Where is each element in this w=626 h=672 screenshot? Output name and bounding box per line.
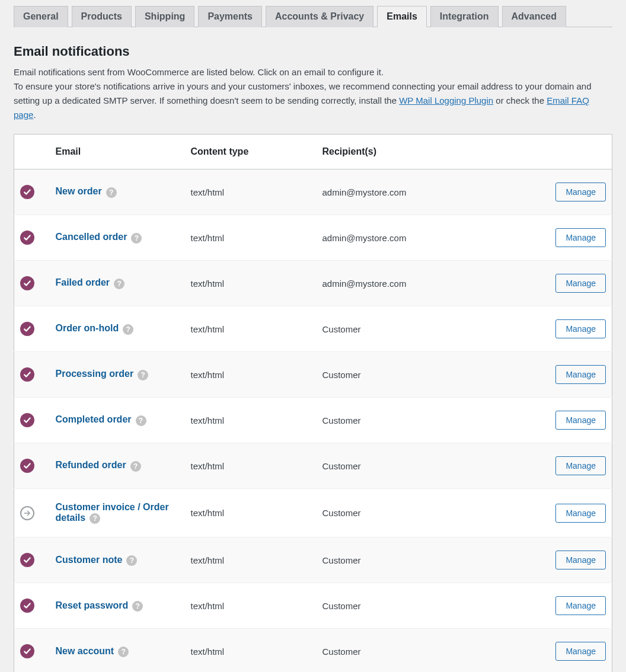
status-enabled-icon bbox=[20, 459, 34, 473]
manage-button[interactable]: Manage bbox=[555, 183, 606, 201]
help-icon[interactable]: ? bbox=[90, 513, 100, 524]
table-row: Customer note?text/htmlCustomerManage bbox=[14, 537, 612, 583]
recipients-cell: admin@mystore.com bbox=[317, 261, 541, 306]
content-type-cell: text/html bbox=[185, 169, 317, 215]
manage-button[interactable]: Manage bbox=[555, 274, 606, 293]
recipients-cell: Customer bbox=[317, 489, 541, 537]
content-type-cell: text/html bbox=[185, 352, 317, 398]
emails-table: Email Content type Recipient(s) New orde… bbox=[14, 134, 612, 672]
status-enabled-icon bbox=[20, 599, 34, 613]
link-wp-mail-logging[interactable]: WP Mail Logging Plugin bbox=[399, 95, 493, 105]
help-icon[interactable]: ? bbox=[138, 370, 148, 380]
tab-integration[interactable]: Integration bbox=[430, 6, 499, 27]
recipients-cell: Customer bbox=[317, 583, 541, 629]
help-icon[interactable]: ? bbox=[106, 187, 117, 198]
table-row: Completed order?text/htmlCustomerManage bbox=[14, 398, 612, 443]
col-recip-header: Recipient(s) bbox=[317, 135, 541, 169]
col-ctype-header: Content type bbox=[185, 135, 317, 169]
email-name-link[interactable]: Failed order bbox=[56, 277, 110, 287]
manage-button[interactable]: Manage bbox=[555, 456, 606, 475]
status-enabled-icon bbox=[20, 185, 34, 199]
col-status-header bbox=[14, 135, 50, 169]
table-row: Customer invoice / Order details?text/ht… bbox=[14, 489, 612, 537]
email-name-link[interactable]: Completed order bbox=[56, 414, 132, 424]
manage-button[interactable]: Manage bbox=[555, 365, 606, 384]
email-name-link[interactable]: Reset password bbox=[56, 600, 129, 610]
tab-advanced[interactable]: Advanced bbox=[502, 6, 566, 27]
email-name-link[interactable]: New order bbox=[56, 186, 102, 196]
content-type-cell: text/html bbox=[185, 537, 317, 583]
status-enabled-icon bbox=[20, 553, 34, 567]
status-enabled-icon bbox=[20, 644, 34, 658]
recipients-cell: Customer bbox=[317, 537, 541, 583]
table-row: Cancelled order?text/htmladmin@mystore.c… bbox=[14, 215, 612, 261]
section-heading: Email notifications bbox=[14, 44, 612, 59]
settings-tabs: GeneralProductsShippingPaymentsAccounts … bbox=[14, 6, 612, 27]
content-type-cell: text/html bbox=[185, 489, 317, 537]
manage-button[interactable]: Manage bbox=[555, 596, 606, 615]
email-name-link[interactable]: Order on-hold bbox=[56, 323, 119, 333]
status-enabled-icon bbox=[20, 322, 34, 336]
table-row: New order?text/htmladmin@mystore.comMana… bbox=[14, 169, 612, 215]
manage-button[interactable]: Manage bbox=[555, 551, 606, 569]
col-email-header: Email bbox=[50, 135, 185, 169]
help-icon[interactable]: ? bbox=[118, 647, 129, 657]
status-enabled-icon bbox=[20, 231, 34, 245]
status-enabled-icon bbox=[20, 367, 34, 382]
table-row: Order on-hold?text/htmlCustomerManage bbox=[14, 306, 612, 352]
content-type-cell: text/html bbox=[185, 398, 317, 443]
recipients-cell: Customer bbox=[317, 398, 541, 443]
col-action-header bbox=[541, 135, 612, 169]
help-icon[interactable]: ? bbox=[136, 415, 146, 426]
manage-button[interactable]: Manage bbox=[555, 319, 606, 338]
help-icon[interactable]: ? bbox=[114, 279, 124, 289]
intro-line1: Email notifications sent from WooCommerc… bbox=[14, 67, 384, 77]
tab-payments[interactable]: Payments bbox=[198, 6, 262, 27]
email-name-link[interactable]: New account bbox=[56, 646, 114, 656]
table-row: New account?text/htmlCustomerManage bbox=[14, 629, 612, 672]
recipients-cell: admin@mystore.com bbox=[317, 169, 541, 215]
email-name-link[interactable]: Customer note bbox=[56, 555, 123, 565]
manage-button[interactable]: Manage bbox=[555, 504, 606, 523]
manage-button[interactable]: Manage bbox=[555, 228, 606, 247]
tab-shipping[interactable]: Shipping bbox=[135, 6, 194, 27]
email-name-link[interactable]: Refunded order bbox=[56, 460, 126, 470]
table-row: Processing order?text/htmlCustomerManage bbox=[14, 352, 612, 398]
content-type-cell: text/html bbox=[185, 215, 317, 261]
tab-products[interactable]: Products bbox=[72, 6, 132, 27]
status-enabled-icon bbox=[20, 413, 34, 427]
intro-line2b: or check the bbox=[493, 95, 547, 105]
content-type-cell: text/html bbox=[185, 443, 317, 489]
status-enabled-icon bbox=[20, 276, 34, 290]
manage-button[interactable]: Manage bbox=[555, 411, 606, 430]
help-icon[interactable]: ? bbox=[130, 461, 141, 472]
recipients-cell: Customer bbox=[317, 443, 541, 489]
recipients-cell: Customer bbox=[317, 306, 541, 352]
email-name-link[interactable]: Customer invoice / Order details bbox=[56, 502, 169, 523]
table-row: Refunded order?text/htmlCustomerManage bbox=[14, 443, 612, 489]
content-type-cell: text/html bbox=[185, 583, 317, 629]
table-row: Failed order?text/htmladmin@mystore.comM… bbox=[14, 261, 612, 306]
content-type-cell: text/html bbox=[185, 306, 317, 352]
help-icon[interactable]: ? bbox=[132, 601, 143, 612]
content-type-cell: text/html bbox=[185, 261, 317, 306]
tab-general[interactable]: General bbox=[14, 6, 68, 27]
manage-button[interactable]: Manage bbox=[555, 642, 606, 661]
email-name-link[interactable]: Cancelled order bbox=[56, 232, 127, 242]
status-manual-icon bbox=[20, 506, 34, 520]
help-icon[interactable]: ? bbox=[123, 324, 133, 335]
email-name-link[interactable]: Processing order bbox=[56, 369, 134, 379]
section-description: Email notifications sent from WooCommerc… bbox=[14, 65, 612, 122]
intro-line2c: . bbox=[33, 110, 36, 120]
recipients-cell: admin@mystore.com bbox=[317, 215, 541, 261]
recipients-cell: Customer bbox=[317, 352, 541, 398]
table-row: Reset password?text/htmlCustomerManage bbox=[14, 583, 612, 629]
help-icon[interactable]: ? bbox=[131, 233, 142, 244]
recipients-cell: Customer bbox=[317, 629, 541, 672]
tab-accounts-privacy[interactable]: Accounts & Privacy bbox=[266, 6, 373, 27]
content-type-cell: text/html bbox=[185, 629, 317, 672]
tab-emails[interactable]: Emails bbox=[377, 6, 427, 27]
help-icon[interactable]: ? bbox=[126, 555, 137, 566]
